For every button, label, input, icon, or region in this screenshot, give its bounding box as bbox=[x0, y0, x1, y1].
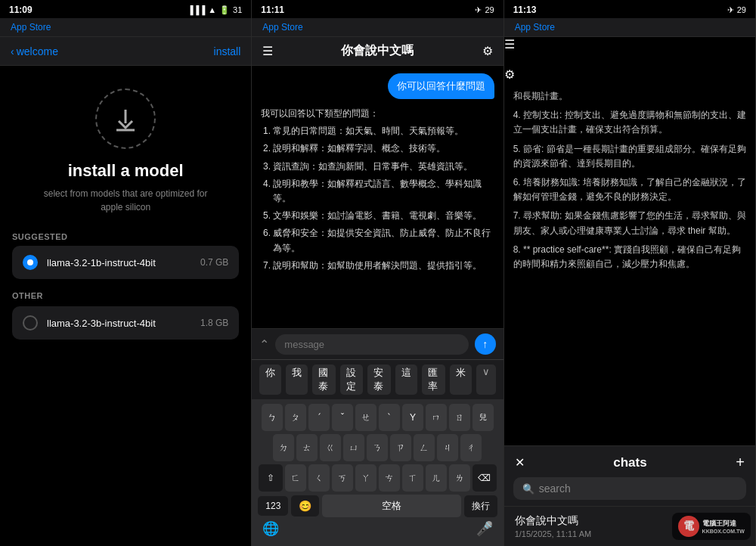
expand-suggestions-icon[interactable]: ∨ bbox=[476, 365, 496, 395]
suggest-7[interactable]: 米 bbox=[450, 365, 472, 395]
suggest-6[interactable]: 匯率 bbox=[422, 365, 445, 395]
download-icon bbox=[112, 105, 139, 132]
keyboard-suggestions: 你 我 國泰 設定 安泰 這 匯率 米 ∨ bbox=[252, 359, 503, 399]
install-button[interactable]: install bbox=[214, 45, 241, 57]
key-bopomofo-y[interactable]: Y bbox=[402, 404, 423, 431]
key-bopomofo-l[interactable]: ㄌ bbox=[449, 464, 470, 492]
chats-header: ✕ chats + bbox=[504, 446, 755, 477]
search-placeholder: search bbox=[539, 482, 571, 495]
status-icons-2: ✈ 29 bbox=[475, 5, 494, 15]
key-space[interactable]: 空格 bbox=[322, 495, 460, 517]
key-bopomofo-q[interactable]: ㄑ bbox=[308, 464, 330, 492]
user-bubble: 你可以回答什麼問題 bbox=[388, 73, 494, 99]
wifi-icon: ▲ bbox=[208, 5, 216, 14]
status-icons-3: ✈ 29 bbox=[727, 5, 746, 15]
key-bopomofo-a[interactable]: ㄚ bbox=[355, 464, 376, 492]
globe-icon[interactable]: 🌐 bbox=[262, 520, 279, 537]
suggest-0[interactable]: 你 bbox=[259, 365, 281, 395]
watermark: 電 電腦王阿達 KKBOX.COM.TW bbox=[672, 513, 751, 540]
key-row-1: ㄅ ㄆ ˊ ˇ ㄝ ˋ Y ㄇ ㄖ 兒 bbox=[255, 404, 500, 431]
keyboard-bottom-row: 🌐 🎤 bbox=[255, 517, 500, 540]
suggest-2[interactable]: 國泰 bbox=[312, 365, 336, 395]
model-radio-1[interactable] bbox=[23, 315, 38, 330]
status-time-2: 11:11 bbox=[261, 5, 284, 15]
key-bopomofo-r[interactable]: ㄖ bbox=[449, 404, 470, 431]
settings-icon-3[interactable]: ⚙ bbox=[504, 67, 755, 82]
key-bopomofo-d[interactable]: ㄉ bbox=[273, 434, 294, 461]
new-chat-button[interactable]: + bbox=[736, 454, 745, 471]
menu-icon-3[interactable]: ☰ bbox=[504, 37, 755, 51]
key-bopomofo-b[interactable]: ㄅ bbox=[262, 404, 283, 431]
model-size-1: 1.8 GB bbox=[200, 318, 228, 328]
key-delete[interactable]: ⌫ bbox=[472, 464, 497, 492]
watermark-url: KKBOX.COM.TW bbox=[702, 529, 745, 534]
key-bopomofo-m[interactable]: ㄇ bbox=[426, 404, 447, 431]
chats-title: chats bbox=[613, 455, 646, 470]
settings-icon[interactable]: ⚙ bbox=[482, 44, 493, 58]
close-chats-button[interactable]: ✕ bbox=[515, 455, 525, 470]
model-item-1[interactable]: llama-3.2-3b-instruct-4bit 1.8 GB bbox=[12, 306, 239, 340]
airplane-icon: ✈ bbox=[475, 5, 482, 15]
chat-panel: 11:11 ✈ 29 App Store ☰ 你會說中文嗎 ⚙ 你可以回答什麼問… bbox=[252, 0, 503, 546]
key-bopomofo-ts[interactable]: ㄘ bbox=[379, 464, 400, 492]
assistant-item-2: 資訊查詢：如查詢新聞、日常事件、英雄資訊等。 bbox=[273, 160, 494, 174]
key-tone3[interactable]: ˇ bbox=[332, 404, 353, 431]
status-bar-1: 11:09 ▐▐▐ ▲ 🔋 31 bbox=[0, 0, 251, 18]
key-row-2: ㄉ ㄊ ㄍ ㄩ ㄋ ㄗ ㄥ ㄐ ㄔ bbox=[255, 434, 500, 461]
key-bopomofo-x[interactable]: ㄒ bbox=[402, 464, 423, 492]
model-item-0[interactable]: llama-3.2-1b-instruct-4bit 0.7 GB bbox=[12, 246, 239, 279]
key-er[interactable]: 兒 bbox=[472, 404, 494, 431]
assistant-bubble: 我可以回答以下類型的問題： 常見的日常問題：如天氣、時間、天氣預報等。 說明和解… bbox=[261, 107, 494, 273]
key-bopomofo-t[interactable]: ㄊ bbox=[296, 434, 318, 461]
search-icon: 🔍 bbox=[522, 483, 534, 495]
suggest-5[interactable]: 這 bbox=[395, 365, 417, 395]
battery-value: 31 bbox=[233, 5, 242, 14]
key-bopomofo-n[interactable]: ㄋ bbox=[367, 434, 388, 461]
key-bopomofo-z[interactable]: ㄗ bbox=[390, 434, 411, 461]
chat-title-3: 你會說中文嗎 bbox=[504, 51, 755, 67]
key-shift[interactable]: ⇧ bbox=[259, 464, 283, 492]
key-bopomofo-e[interactable]: ㄝ bbox=[355, 404, 376, 431]
key-return[interactable]: 換行 bbox=[464, 495, 497, 517]
key-bopomofo-ch[interactable]: ㄔ bbox=[460, 434, 482, 461]
message-input[interactable] bbox=[275, 334, 468, 355]
assistant-item-0: 常見的日常問題：如天氣、時間、天氣預報等。 bbox=[273, 124, 494, 138]
assistant-item-4: 文學和娛樂：如討論電影、書籍、電視劇、音樂等。 bbox=[273, 209, 494, 223]
key-row-3: ⇧ ㄈ ㄑ ㄎ ㄚ ㄘ ㄒ ㄦ ㄌ ⌫ bbox=[255, 464, 500, 492]
mic-icon[interactable]: 🎤 bbox=[476, 520, 493, 537]
watermark-site: 電腦王阿達 bbox=[702, 519, 745, 529]
key-bopomofo-f[interactable]: ㄈ bbox=[285, 464, 306, 492]
menu-icon[interactable]: ☰ bbox=[262, 44, 273, 58]
chat-messages[interactable]: 你可以回答什麼問題 我可以回答以下類型的問題： 常見的日常問題：如天氣、時間、天… bbox=[252, 66, 503, 328]
chats-search-bar[interactable]: 🔍 search bbox=[513, 477, 746, 500]
key-tone4[interactable]: ˋ bbox=[379, 404, 400, 431]
battery-value-2: 29 bbox=[485, 5, 494, 14]
assistant-item-6: 說明和幫助：如幫助使用者解決問題、提供指引等。 bbox=[273, 259, 494, 273]
install-content: install a model select from models that … bbox=[0, 66, 251, 546]
key-123[interactable]: 123 bbox=[258, 496, 288, 516]
key-bopomofo-p[interactable]: ㄆ bbox=[285, 404, 306, 431]
back-button-1[interactable]: ‹ welcome bbox=[11, 45, 58, 57]
suggest-4[interactable]: 安泰 bbox=[367, 365, 391, 395]
section-other: OTHER bbox=[12, 291, 239, 300]
key-bopomofo-k[interactable]: ㄎ bbox=[332, 464, 353, 492]
key-tone2[interactable]: ˊ bbox=[308, 404, 330, 431]
suggest-3[interactable]: 設定 bbox=[340, 365, 364, 395]
key-emoji[interactable]: 😊 bbox=[291, 495, 319, 517]
chat-content-3[interactable]: 和長期計畫。 4. 控制支出: 控制支出、避免過度購物和無節制的支出、建立一個支… bbox=[504, 82, 755, 445]
chevron-up-icon[interactable]: ⌃ bbox=[259, 337, 269, 352]
key-bopomofo-el[interactable]: ㄦ bbox=[426, 464, 447, 492]
suggest-1[interactable]: 我 bbox=[286, 365, 308, 395]
watermark-logo: 電 bbox=[678, 516, 699, 537]
assistant-item-1: 說明和解釋：如解釋字詞、概念、技術等。 bbox=[273, 141, 494, 156]
key-bopomofo-j[interactable]: ㄐ bbox=[437, 434, 458, 461]
content-p-2: 5. 節省: 節省是一種長期計畫的重要組成部分。確保有足夠的資源來節省、達到長期… bbox=[513, 142, 746, 171]
key-bopomofo-eng[interactable]: ㄥ bbox=[414, 434, 435, 461]
status-bar-2: 11:11 ✈ 29 bbox=[252, 0, 503, 18]
install-icon-wrapper bbox=[95, 88, 156, 149]
key-bopomofo-yu[interactable]: ㄩ bbox=[343, 434, 364, 461]
model-radio-0[interactable] bbox=[23, 255, 38, 270]
install-subtitle: select from models that are optimized fo… bbox=[42, 187, 209, 214]
key-bopomofo-g[interactable]: ㄍ bbox=[320, 434, 341, 461]
send-button[interactable]: ↑ bbox=[475, 333, 496, 355]
